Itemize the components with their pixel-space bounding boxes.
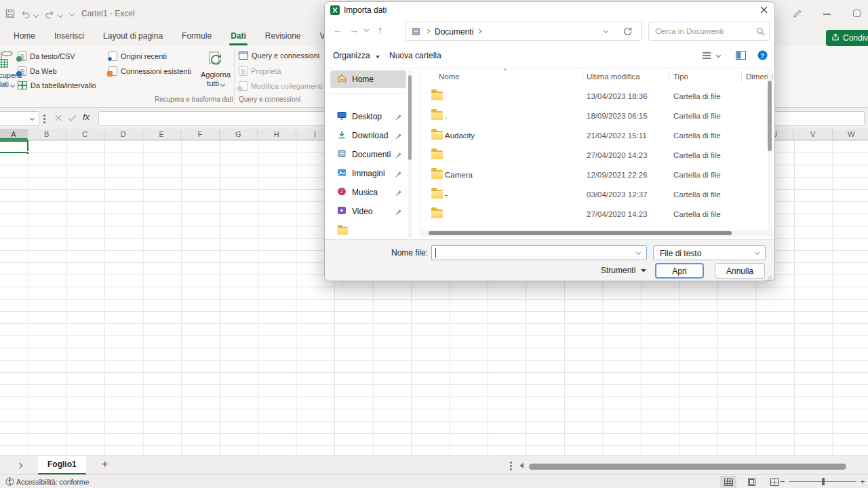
sidebar-item-desktop[interactable]: Desktop [330,108,406,125]
column-tipo[interactable]: Tipo [673,73,688,81]
apri-button[interactable]: Apri [655,263,704,279]
confirm-entry-icon[interactable] [68,114,77,124]
column-header[interactable]: E [143,129,182,140]
sheet-nav-next-icon[interactable] [17,463,22,468]
view-mode-dropdown-icon[interactable] [716,53,721,58]
sheet-tab-active[interactable]: Foglio1 [38,456,86,474]
insert-function-icon[interactable]: fx [83,112,90,122]
sidebar-item-download[interactable]: Download [330,127,406,144]
save-icon[interactable] [5,9,15,20]
view-page-layout-button[interactable] [743,476,760,488]
view-mode-icon[interactable] [702,52,711,62]
nav-history-dropdown-icon[interactable] [364,27,369,32]
query-connessioni-button[interactable]: Query e connessioni [239,52,319,60]
file-row[interactable]: . 18/09/2023 06:15 Cartella di file [420,106,763,125]
file-row[interactable]: 27/04/2020 14:23 Cartella di file [420,145,763,165]
column-header[interactable]: C [66,129,105,140]
add-sheet-button[interactable]: + [102,458,108,470]
redo-dropdown-icon[interactable] [58,12,63,18]
origini-recenti-button[interactable]: Origini recenti [108,52,167,61]
column-header[interactable]: G [220,129,258,140]
sidebar-scrollbar-thumb[interactable] [408,75,412,160]
preview-pane-icon[interactable] [736,51,746,62]
breadcrumb-item[interactable]: Documenti [435,27,473,37]
ribbon-tab[interactable]: Layout di pagina [94,27,172,46]
sidebar-item-home[interactable]: Home [330,70,406,88]
ribbon-tab[interactable]: Dati [221,27,256,46]
dialog-close-icon[interactable] [760,6,768,16]
annulla-button[interactable]: Annulla [715,263,765,279]
da-web-button[interactable]: Da Web [18,66,57,76]
selected-cell[interactable] [0,140,28,153]
column-header[interactable]: D [104,129,143,140]
fill-handle[interactable] [26,151,29,155]
file-row[interactable]: Camera 12/09/2021 22:26 Cartella di file [420,165,763,184]
customize-quick-access-icon[interactable] [69,11,75,16]
column-header[interactable]: V [794,129,833,140]
pen-mode-icon[interactable] [792,8,803,21]
nav-back-icon[interactable]: ← [333,24,342,35]
sidebar-item-musica[interactable]: ♪ Musica [330,184,406,201]
ribbon-tab[interactable]: Revisione [256,27,311,46]
file-row[interactable]: 13/04/2023 18:36 Cartella di file [420,86,763,106]
ribbon-tab[interactable]: Formule [172,27,221,46]
list-vscrollbar-thumb[interactable] [768,81,772,151]
sidebar-item-immagini[interactable]: Immagini [330,165,406,182]
undo-icon[interactable] [20,9,31,20]
address-bar[interactable]: Documenti [405,22,642,41]
nav-forward-icon[interactable]: → [349,24,359,35]
formula-bar-handle[interactable] [43,115,45,117]
zoom-in-button[interactable]: + [860,476,865,487]
accessibility-status[interactable]: Accessibilità: conforme [16,478,89,486]
name-box[interactable] [0,111,39,126]
breadcrumb-chevron-icon [425,29,429,33]
zoom-slider-thumb[interactable] [822,478,825,485]
hscroll-left-icon[interactable] [519,463,524,468]
strumenti-dropdown-icon[interactable] [641,269,646,272]
search-box[interactable]: Cerca in Documenti [648,22,770,41]
filename-input[interactable] [431,245,647,260]
filetype-select[interactable]: File di testo [653,245,766,260]
horizontal-scrollbar-thumb[interactable] [529,464,846,470]
share-button[interactable]: Condividi [826,30,868,46]
column-header[interactable]: H [258,129,296,140]
file-row[interactable]: 27/04/2020 14:23 Cartella di file [420,204,763,224]
tabbar-splitter-handle[interactable] [510,462,512,464]
nav-up-icon[interactable]: ↑ [378,24,382,35]
da-testo-csv-button[interactable]: Da testo/CSV [18,52,75,61]
address-dropdown-icon[interactable] [604,28,608,33]
zoom-out-button[interactable]: − [780,476,785,487]
column-header[interactable]: B [28,129,66,140]
nuova-cartella-button[interactable]: Nuova cartella [389,51,441,60]
da-tabella-button[interactable]: Da tabella/intervallo [18,81,96,89]
column-header[interactable]: W [833,129,868,140]
minimize-icon[interactable] [823,14,831,15]
connessioni-esistenti-button[interactable]: Connessioni esistenti [108,66,191,76]
sidebar-item-documenti[interactable]: Documenti [330,146,406,163]
list-hscrollbar-thumb[interactable] [429,231,732,235]
column-header[interactable]: A [0,129,28,140]
name-box-dropdown-icon[interactable] [30,116,35,121]
sidebar-item-folder[interactable] [330,222,406,239]
maximize-icon[interactable] [853,9,861,17]
strumenti-button[interactable]: Strumenti [601,266,635,275]
filename-dropdown-icon[interactable] [636,250,641,255]
ribbon-tab[interactable]: Inserisci [45,27,94,46]
ribbon-tab[interactable]: Home [4,27,45,46]
redo-icon[interactable] [45,9,55,20]
help-icon[interactable]: ? [757,50,768,62]
file-row[interactable]: - 03/04/2023 12:37 Cartella di file [420,184,763,204]
sidebar-item-video[interactable]: Video [330,203,406,220]
file-row[interactable]: Audacity 21/04/2022 15:11 Cartella di fi… [420,125,763,145]
resize-grip[interactable] [766,274,772,283]
view-normal-button[interactable] [720,476,736,488]
column-header[interactable]: F [181,129,220,140]
column-nome[interactable]: Nome [439,73,460,81]
undo-dropdown-icon[interactable] [33,12,39,18]
column-ultima-modifica[interactable]: Ultima modifica [587,73,640,81]
breadcrumb-chevron-icon-2[interactable] [477,29,481,33]
refresh-icon[interactable] [623,26,633,39]
aggiorna-tutti-button[interactable]: Aggiorna tutti [199,49,233,104]
organizza-button[interactable]: Organizza [333,51,380,60]
cancel-entry-icon[interactable] [54,114,62,124]
